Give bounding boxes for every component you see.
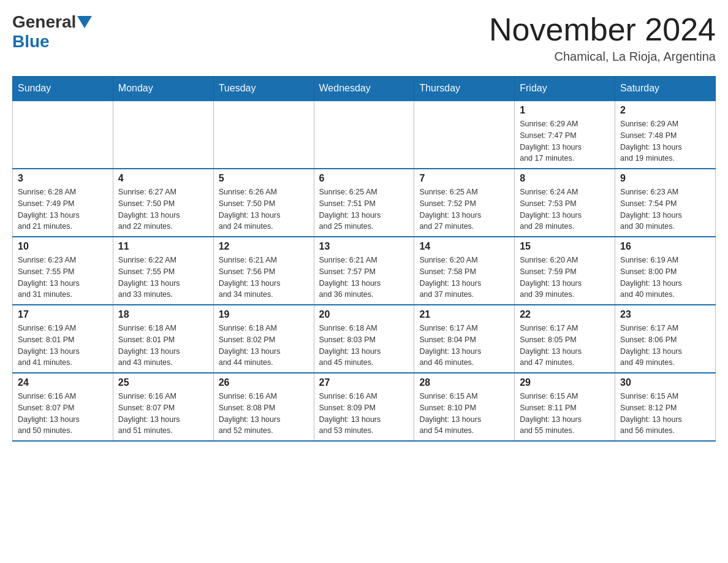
day-number: 16 bbox=[620, 241, 710, 252]
calendar-cell: 9Sunrise: 6:23 AM Sunset: 7:54 PM Daylig… bbox=[615, 169, 716, 237]
logo-blue-text: Blue bbox=[12, 32, 50, 51]
day-number: 1 bbox=[520, 105, 610, 116]
logo: General Blue bbox=[12, 12, 93, 52]
day-info: Sunrise: 6:15 AM Sunset: 8:11 PM Dayligh… bbox=[520, 391, 610, 437]
day-number: 2 bbox=[620, 105, 710, 116]
calendar-cell: 4Sunrise: 6:27 AM Sunset: 7:50 PM Daylig… bbox=[113, 169, 213, 237]
weekday-header-sunday: Sunday bbox=[13, 77, 113, 101]
page-header: General Blue November 2024 Chamical, La … bbox=[12, 12, 716, 64]
day-info: Sunrise: 6:17 AM Sunset: 8:04 PM Dayligh… bbox=[419, 323, 509, 369]
calendar-cell: 27Sunrise: 6:16 AM Sunset: 8:09 PM Dayli… bbox=[314, 373, 414, 441]
day-info: Sunrise: 6:25 AM Sunset: 7:51 PM Dayligh… bbox=[319, 186, 409, 232]
day-info: Sunrise: 6:22 AM Sunset: 7:55 PM Dayligh… bbox=[118, 255, 208, 301]
calendar-cell: 30Sunrise: 6:15 AM Sunset: 8:12 PM Dayli… bbox=[615, 373, 716, 441]
day-number: 15 bbox=[520, 241, 610, 252]
calendar-cell: 15Sunrise: 6:20 AM Sunset: 7:59 PM Dayli… bbox=[515, 237, 615, 305]
location-title: Chamical, La Rioja, Argentina bbox=[489, 50, 716, 64]
calendar-cell: 1Sunrise: 6:29 AM Sunset: 7:47 PM Daylig… bbox=[515, 101, 615, 169]
day-number: 19 bbox=[219, 309, 309, 320]
day-number: 17 bbox=[18, 309, 108, 320]
calendar-cell: 29Sunrise: 6:15 AM Sunset: 8:11 PM Dayli… bbox=[515, 373, 615, 441]
calendar-week-row: 3Sunrise: 6:28 AM Sunset: 7:49 PM Daylig… bbox=[13, 169, 716, 237]
day-number: 23 bbox=[620, 309, 710, 320]
calendar-cell: 13Sunrise: 6:21 AM Sunset: 7:57 PM Dayli… bbox=[314, 237, 414, 305]
logo-triangle-icon bbox=[77, 16, 92, 28]
day-number: 25 bbox=[118, 377, 208, 388]
day-number: 26 bbox=[219, 377, 309, 388]
calendar-cell: 25Sunrise: 6:16 AM Sunset: 8:07 PM Dayli… bbox=[113, 373, 213, 441]
day-info: Sunrise: 6:23 AM Sunset: 7:55 PM Dayligh… bbox=[18, 255, 108, 301]
calendar-cell: 14Sunrise: 6:20 AM Sunset: 7:58 PM Dayli… bbox=[414, 237, 515, 305]
calendar-cell bbox=[414, 101, 515, 169]
calendar-cell: 19Sunrise: 6:18 AM Sunset: 8:02 PM Dayli… bbox=[213, 305, 314, 373]
day-info: Sunrise: 6:16 AM Sunset: 8:07 PM Dayligh… bbox=[118, 391, 208, 437]
calendar-cell: 16Sunrise: 6:19 AM Sunset: 8:00 PM Dayli… bbox=[615, 237, 716, 305]
day-number: 7 bbox=[419, 173, 509, 184]
calendar-cell bbox=[314, 101, 414, 169]
weekday-header-friday: Friday bbox=[515, 77, 615, 101]
logo-general-text: General bbox=[12, 12, 76, 32]
calendar-header-row: SundayMondayTuesdayWednesdayThursdayFrid… bbox=[13, 77, 716, 101]
day-number: 9 bbox=[620, 173, 710, 184]
day-number: 27 bbox=[319, 377, 409, 388]
day-info: Sunrise: 6:23 AM Sunset: 7:54 PM Dayligh… bbox=[620, 186, 710, 232]
calendar-cell: 28Sunrise: 6:15 AM Sunset: 8:10 PM Dayli… bbox=[414, 373, 515, 441]
day-info: Sunrise: 6:28 AM Sunset: 7:49 PM Dayligh… bbox=[18, 186, 108, 232]
calendar-week-row: 24Sunrise: 6:16 AM Sunset: 8:07 PM Dayli… bbox=[13, 373, 716, 441]
day-number: 6 bbox=[319, 173, 409, 184]
day-number: 14 bbox=[419, 241, 509, 252]
weekday-header-monday: Monday bbox=[113, 77, 213, 101]
day-info: Sunrise: 6:21 AM Sunset: 7:56 PM Dayligh… bbox=[219, 255, 309, 301]
day-number: 24 bbox=[18, 377, 108, 388]
day-info: Sunrise: 6:16 AM Sunset: 8:07 PM Dayligh… bbox=[18, 391, 108, 437]
day-info: Sunrise: 6:15 AM Sunset: 8:10 PM Dayligh… bbox=[419, 391, 509, 437]
weekday-header-thursday: Thursday bbox=[414, 77, 515, 101]
day-number: 28 bbox=[419, 377, 509, 388]
calendar-cell: 26Sunrise: 6:16 AM Sunset: 8:08 PM Dayli… bbox=[213, 373, 314, 441]
day-info: Sunrise: 6:19 AM Sunset: 8:01 PM Dayligh… bbox=[18, 323, 108, 369]
calendar-cell: 20Sunrise: 6:18 AM Sunset: 8:03 PM Dayli… bbox=[314, 305, 414, 373]
calendar-week-row: 10Sunrise: 6:23 AM Sunset: 7:55 PM Dayli… bbox=[13, 237, 716, 305]
calendar-cell: 22Sunrise: 6:17 AM Sunset: 8:05 PM Dayli… bbox=[515, 305, 615, 373]
day-number: 20 bbox=[319, 309, 409, 320]
calendar-cell: 18Sunrise: 6:18 AM Sunset: 8:01 PM Dayli… bbox=[113, 305, 213, 373]
day-info: Sunrise: 6:18 AM Sunset: 8:01 PM Dayligh… bbox=[118, 323, 208, 369]
day-number: 12 bbox=[219, 241, 309, 252]
calendar-cell: 24Sunrise: 6:16 AM Sunset: 8:07 PM Dayli… bbox=[13, 373, 113, 441]
calendar-cell: 8Sunrise: 6:24 AM Sunset: 7:53 PM Daylig… bbox=[515, 169, 615, 237]
day-info: Sunrise: 6:27 AM Sunset: 7:50 PM Dayligh… bbox=[118, 186, 208, 232]
day-info: Sunrise: 6:26 AM Sunset: 7:50 PM Dayligh… bbox=[219, 186, 309, 232]
month-title: November 2024 bbox=[489, 12, 716, 47]
day-info: Sunrise: 6:25 AM Sunset: 7:52 PM Dayligh… bbox=[419, 186, 509, 232]
day-info: Sunrise: 6:17 AM Sunset: 8:06 PM Dayligh… bbox=[620, 323, 710, 369]
day-number: 22 bbox=[520, 309, 610, 320]
calendar-table: SundayMondayTuesdayWednesdayThursdayFrid… bbox=[12, 76, 716, 442]
calendar-cell: 12Sunrise: 6:21 AM Sunset: 7:56 PM Dayli… bbox=[213, 237, 314, 305]
calendar-cell: 5Sunrise: 6:26 AM Sunset: 7:50 PM Daylig… bbox=[213, 169, 314, 237]
day-number: 4 bbox=[118, 173, 208, 184]
calendar-cell bbox=[213, 101, 314, 169]
day-number: 8 bbox=[520, 173, 610, 184]
day-number: 3 bbox=[18, 173, 108, 184]
day-info: Sunrise: 6:17 AM Sunset: 8:05 PM Dayligh… bbox=[520, 323, 610, 369]
day-info: Sunrise: 6:29 AM Sunset: 7:48 PM Dayligh… bbox=[620, 118, 710, 164]
calendar-cell: 23Sunrise: 6:17 AM Sunset: 8:06 PM Dayli… bbox=[615, 305, 716, 373]
weekday-header-tuesday: Tuesday bbox=[213, 77, 314, 101]
calendar-cell: 17Sunrise: 6:19 AM Sunset: 8:01 PM Dayli… bbox=[13, 305, 113, 373]
day-number: 30 bbox=[620, 377, 710, 388]
day-number: 21 bbox=[419, 309, 509, 320]
day-number: 13 bbox=[319, 241, 409, 252]
calendar-cell: 11Sunrise: 6:22 AM Sunset: 7:55 PM Dayli… bbox=[113, 237, 213, 305]
calendar-cell: 10Sunrise: 6:23 AM Sunset: 7:55 PM Dayli… bbox=[13, 237, 113, 305]
day-info: Sunrise: 6:18 AM Sunset: 8:03 PM Dayligh… bbox=[319, 323, 409, 369]
day-number: 18 bbox=[118, 309, 208, 320]
day-number: 10 bbox=[18, 241, 108, 252]
calendar-cell: 7Sunrise: 6:25 AM Sunset: 7:52 PM Daylig… bbox=[414, 169, 515, 237]
calendar-week-row: 17Sunrise: 6:19 AM Sunset: 8:01 PM Dayli… bbox=[13, 305, 716, 373]
calendar-cell: 3Sunrise: 6:28 AM Sunset: 7:49 PM Daylig… bbox=[13, 169, 113, 237]
calendar-cell: 6Sunrise: 6:25 AM Sunset: 7:51 PM Daylig… bbox=[314, 169, 414, 237]
day-number: 5 bbox=[219, 173, 309, 184]
day-info: Sunrise: 6:21 AM Sunset: 7:57 PM Dayligh… bbox=[319, 255, 409, 301]
day-info: Sunrise: 6:15 AM Sunset: 8:12 PM Dayligh… bbox=[620, 391, 710, 437]
weekday-header-wednesday: Wednesday bbox=[314, 77, 414, 101]
